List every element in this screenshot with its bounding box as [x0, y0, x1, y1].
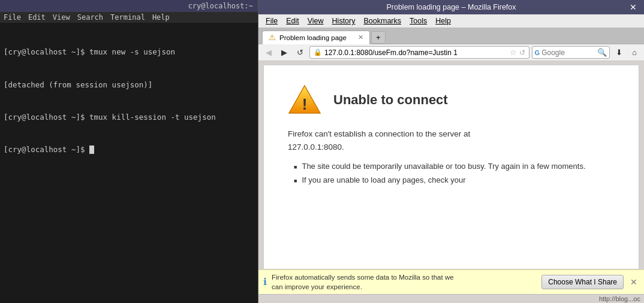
forward-button[interactable]: ▶ — [278, 46, 291, 59]
download-button[interactable]: ⬇ — [612, 46, 626, 59]
terminal-body: [cry@localhost ~]$ tmux new -s usejson [… — [0, 23, 258, 303]
reload-button[interactable]: ↺ — [293, 46, 307, 59]
terminal-menu-edit[interactable]: Edit — [28, 13, 46, 22]
notification-text: Firefox automatically sends some data to… — [272, 272, 537, 292]
ff-menu-file[interactable]: File — [262, 16, 281, 26]
terminal-title-text: cry@localhost:~ — [188, 2, 253, 10]
search-bar[interactable]: G 🔍 — [532, 46, 610, 59]
ff-menu-bookmarks[interactable]: Bookmarks — [360, 16, 405, 26]
terminal-window: cry@localhost:~ File Edit View Search Te… — [0, 0, 258, 303]
google-icon: G — [535, 49, 540, 56]
terminal-menu-search[interactable]: Search — [77, 13, 103, 22]
home-button[interactable]: ⌂ — [628, 46, 640, 59]
error-body: Firefox can't establish a connection to … — [288, 128, 615, 153]
choose-what-share-button[interactable]: Choose What I Share — [541, 275, 624, 289]
firefox-menubar: File Edit View History Bookmarks Tools H… — [258, 14, 644, 28]
terminal-menu-help[interactable]: Help — [152, 13, 170, 22]
error-header: ! Unable to connect — [288, 83, 615, 117]
error-panel: ! Unable to connect Firefox can't establ… — [264, 65, 639, 269]
url-lock-icon: 🔒 — [314, 49, 322, 56]
notification-close-button[interactable]: ✕ — [628, 277, 639, 287]
ff-menu-edit[interactable]: Edit — [282, 16, 303, 26]
error-bullet-2: If you are unable to load any pages, che… — [294, 175, 615, 184]
firefox-title-text: Problem loading page – Mozilla Firefox — [274, 3, 628, 11]
svg-text:!: ! — [302, 95, 308, 113]
tab-close-icon[interactable]: ✕ — [358, 34, 363, 41]
terminal-prompt: [cry@localhost ~]$ — [4, 145, 89, 154]
warning-triangle-icon: ! — [288, 83, 321, 117]
notif-line2: can improve your experience. — [272, 283, 362, 290]
firefox-notification-bar: ℹ Firefox automatically sends some data … — [258, 269, 644, 294]
url-bar[interactable]: 🔒 ☆ ↺ — [309, 46, 529, 59]
ff-menu-tools[interactable]: Tools — [406, 16, 431, 26]
firefox-statusbar: http://blog...oc — [258, 294, 644, 303]
tab-warning-icon: ⚠ — [269, 33, 276, 42]
tab-label: Problem loading page — [279, 34, 347, 41]
terminal-menu-terminal[interactable]: Terminal — [110, 13, 145, 22]
terminal-line-2: [detached (from session usejson)] — [4, 80, 254, 90]
firefox-close-button[interactable]: ✕ — [628, 2, 638, 12]
search-input[interactable] — [541, 49, 595, 57]
ff-menu-history[interactable]: History — [329, 16, 359, 26]
reload2-icon[interactable]: ↺ — [519, 49, 525, 57]
notif-line1: Firefox automatically sends some data to… — [272, 274, 454, 281]
firefox-window: Problem loading page – Mozilla Firefox ✕… — [258, 0, 644, 303]
firefox-titlebar: Problem loading page – Mozilla Firefox ✕ — [258, 0, 644, 14]
error-bullets-list: The site could be temporarily unavailabl… — [288, 162, 615, 184]
ff-menu-view[interactable]: View — [304, 16, 327, 26]
terminal-menu-file[interactable]: File — [4, 13, 21, 22]
back-button[interactable]: ◀ — [262, 46, 275, 59]
terminal-cursor — [89, 146, 94, 154]
terminal-line-3: [cry@localhost ~]$ tmux kill-session -t … — [4, 112, 254, 123]
notification-info-icon: ℹ — [263, 276, 267, 287]
statusbar-url: http://blog...oc — [599, 295, 640, 302]
terminal-line-4: [cry@localhost ~]$ — [4, 144, 254, 155]
firefox-navbar: ◀ ▶ ↺ 🔒 ☆ ↺ G 🔍 ⬇ ⌂ — [258, 44, 644, 61]
firefox-active-tab[interactable]: ⚠ Problem loading page ✕ — [262, 31, 370, 44]
search-go-button[interactable]: 🔍 — [597, 48, 607, 57]
error-title: Unable to connect — [333, 92, 448, 108]
firefox-content: ! Unable to connect Firefox can't establ… — [263, 65, 639, 269]
firefox-tabbar: ⚠ Problem loading page ✕ + — [258, 28, 644, 44]
ff-menu-help[interactable]: Help — [432, 16, 455, 26]
terminal-titlebar: cry@localhost:~ — [0, 0, 258, 12]
terminal-menubar: File Edit View Search Terminal Help — [0, 12, 258, 23]
url-input[interactable] — [324, 49, 507, 57]
terminal-line-1: [cry@localhost ~]$ tmux new -s usejson — [4, 47, 254, 57]
error-bullet-1: The site could be temporarily unavailabl… — [294, 162, 615, 171]
new-tab-button[interactable]: + — [371, 31, 386, 44]
bookmark-star-icon[interactable]: ☆ — [510, 48, 517, 57]
terminal-menu-view[interactable]: View — [53, 13, 70, 22]
